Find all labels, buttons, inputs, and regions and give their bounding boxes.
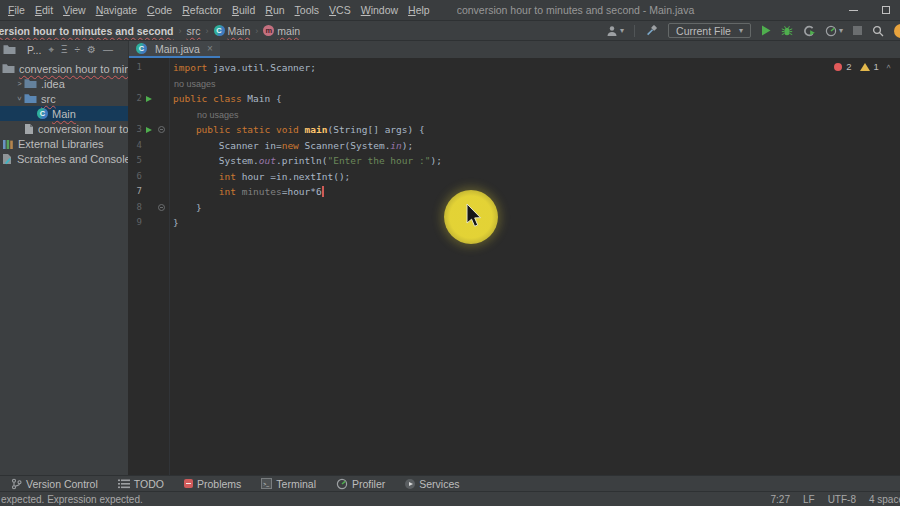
expand-all-icon[interactable]: Ξ xyxy=(61,45,68,55)
breadcrumb-item[interactable]: CMain xyxy=(214,25,251,37)
fold-icon[interactable] xyxy=(158,126,165,133)
chevron-right-icon[interactable]: > xyxy=(15,80,24,87)
class-icon: C xyxy=(136,43,147,54)
method-icon: m xyxy=(263,25,274,36)
tool-window-problems[interactable]: Problems xyxy=(174,478,251,490)
run-with-coverage-button[interactable] xyxy=(803,25,815,37)
project-panel-label[interactable]: P... xyxy=(27,44,41,56)
project-tree-panel: conversion hour to minutes and second>.i… xyxy=(0,58,128,475)
user-icon xyxy=(606,25,618,37)
menu-window[interactable]: Window xyxy=(356,4,403,16)
menu-view[interactable]: View xyxy=(58,4,91,16)
line-separator[interactable]: LF xyxy=(803,494,815,505)
search-icon xyxy=(872,25,884,37)
chevron-down-icon: ▾ xyxy=(739,26,743,35)
notifications-button[interactable] xyxy=(894,24,900,38)
tab-main-java[interactable]: C Main.java × xyxy=(129,41,220,58)
menu-build[interactable]: Build xyxy=(227,4,260,16)
debug-button[interactable] xyxy=(781,25,793,37)
close-icon[interactable]: × xyxy=(207,43,213,54)
indent-style[interactable]: 4 spaces xyxy=(869,494,900,505)
search-everywhere-button[interactable] xyxy=(872,25,884,37)
run-button[interactable] xyxy=(761,25,771,36)
code-text: public static void main(String[] args) { xyxy=(168,122,425,138)
cursor-highlight xyxy=(444,190,498,244)
breadcrumb-item[interactable]: conversion hour to minutes and second xyxy=(0,25,174,37)
menu-help[interactable]: Help xyxy=(403,4,435,16)
warning-count: 1 xyxy=(874,61,879,72)
settings-gear-icon[interactable]: ⚙ xyxy=(87,45,96,55)
code-line-7[interactable]: 7 int minutes=hour*6 xyxy=(128,184,900,200)
scratches-icon xyxy=(2,153,13,165)
tree-item-main[interactable]: CMain xyxy=(0,106,128,121)
tool-window-todo[interactable]: TODO xyxy=(108,478,174,490)
gutter-separator xyxy=(169,58,170,475)
breadcrumb-item[interactable]: mmain xyxy=(263,25,300,37)
code-text: import java.util.Scanner; xyxy=(168,60,316,76)
minimize-icon[interactable] xyxy=(849,10,858,11)
tool-window-profiler[interactable]: Profiler xyxy=(326,478,395,490)
code-text: Scanner in=new Scanner(System.in); xyxy=(168,138,413,154)
inlay-hint[interactable]: no usages xyxy=(128,76,900,92)
text-caret xyxy=(322,186,324,197)
menu-navigate[interactable]: Navigate xyxy=(91,4,142,16)
line-number: 5 xyxy=(128,153,142,169)
code-line-9[interactable]: 9} xyxy=(128,215,900,231)
services-icon xyxy=(405,479,415,489)
collapse-all-icon[interactable]: ÷ xyxy=(75,45,81,55)
git-branch-icon xyxy=(11,478,22,490)
chevron-up-icon[interactable]: > xyxy=(884,64,891,68)
code-line-8[interactable]: 8 } xyxy=(128,200,900,216)
code-with-me-button[interactable]: ▾ xyxy=(606,25,624,37)
error-indicator-icon xyxy=(834,63,842,71)
hide-panel-icon[interactable]: — xyxy=(103,45,113,55)
profiler-button[interactable]: ▾ xyxy=(825,25,843,37)
folder-icon xyxy=(24,78,37,89)
terminal-icon: >_ xyxy=(261,478,272,489)
breadcrumb-separator-icon: › xyxy=(201,26,214,36)
locate-file-icon[interactable]: ⌖ xyxy=(48,45,54,55)
menu-edit[interactable]: Edit xyxy=(30,4,58,16)
code-line-6[interactable]: 6 int hour =in.nextInt(); xyxy=(128,169,900,185)
tree-item-scratches-and-consoles[interactable]: Scratches and Consoles xyxy=(0,151,128,166)
code-editor[interactable]: 1import java.util.Scanner;no usages2publ… xyxy=(128,58,900,475)
menu-refactor[interactable]: Refactor xyxy=(177,4,227,16)
menu-code[interactable]: Code xyxy=(142,4,177,16)
class-icon: C xyxy=(136,43,147,54)
code-line-2[interactable]: 2public class Main { xyxy=(128,91,900,107)
inspections-widget[interactable]: 2 1 > xyxy=(834,61,890,72)
run-gutter-icon[interactable] xyxy=(146,127,152,133)
menu-vcs[interactable]: VCS xyxy=(324,4,356,16)
maximize-icon[interactable] xyxy=(882,6,890,14)
menu-tools[interactable]: Tools xyxy=(290,4,325,16)
stop-button xyxy=(853,26,862,35)
fold-icon[interactable] xyxy=(158,204,165,211)
tree-item-conversion-hour-to-minutes-a[interactable]: conversion hour to minutes and second xyxy=(0,61,128,76)
tool-window-bar: Version ControlTODOProblems>_TerminalPro… xyxy=(0,475,900,491)
status-widgets: 7:27 LF UTF-8 4 spaces xyxy=(770,494,900,505)
run-gutter-icon[interactable] xyxy=(146,96,152,102)
run-configuration-selector[interactable]: Current File▾ xyxy=(668,23,751,38)
tree-item-conversion-hour-to-minute[interactable]: conversion hour to minute xyxy=(0,121,128,136)
code-line-5[interactable]: 5 System.out.println("Enter the hour :")… xyxy=(128,153,900,169)
code-line-3[interactable]: 3 public static void main(String[] args)… xyxy=(128,122,900,138)
inlay-hint[interactable]: no usages xyxy=(128,107,900,123)
build-project-button[interactable] xyxy=(645,24,658,37)
chevron-down-icon[interactable]: > xyxy=(16,94,23,103)
menu-file[interactable]: File xyxy=(3,4,30,16)
tool-window-services[interactable]: Services xyxy=(395,478,469,490)
code-line-4[interactable]: 4 Scanner in=new Scanner(System.in); xyxy=(128,138,900,154)
tree-item--idea[interactable]: >.idea xyxy=(0,76,128,91)
profiler-icon xyxy=(336,478,348,490)
code-line-1[interactable]: 1import java.util.Scanner; xyxy=(128,60,900,76)
breadcrumb-item[interactable]: src xyxy=(187,25,201,37)
tool-window-terminal[interactable]: >_Terminal xyxy=(251,478,326,490)
chevron-down-icon: ▾ xyxy=(620,26,624,35)
warning-indicator-icon xyxy=(860,63,870,71)
tool-window-version-control[interactable]: Version Control xyxy=(1,478,108,490)
caret-position[interactable]: 7:27 xyxy=(770,494,789,505)
menu-run[interactable]: Run xyxy=(260,4,289,16)
tree-item-src[interactable]: >src xyxy=(0,91,128,106)
file-encoding[interactable]: UTF-8 xyxy=(828,494,856,505)
tree-item-external-libraries[interactable]: External Libraries xyxy=(0,136,128,151)
